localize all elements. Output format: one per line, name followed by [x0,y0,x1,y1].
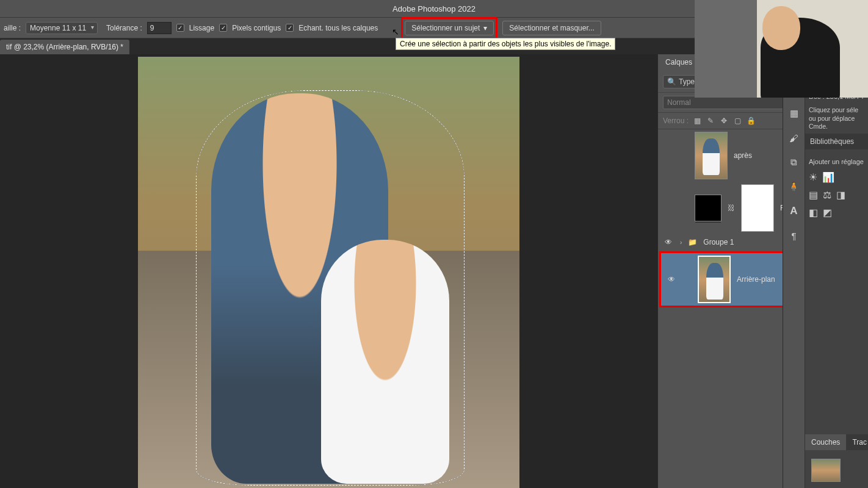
folder-icon: 📁 [688,238,697,246]
adjustment-icons: ☀ 📊 [809,171,864,183]
channel-thumbnail[interactable] [811,459,841,482]
icon-strip-left: 🎨 ▦ 🖌 ⧉ 🧍 A ¶ [783,54,805,488]
tab-channels[interactable]: Couches [805,434,846,450]
layer-name[interactable]: Arrière-plan [737,275,775,284]
tooltip: Crée une sélection à partir des objets l… [396,38,615,50]
visibility-toggle[interactable]: 👁 [663,238,674,246]
lock-brush-icon[interactable]: ✎ [706,116,715,126]
search-icon: 🔍 [667,77,676,86]
tolerance-label: Tolérance : [106,24,142,32]
select-subject-button[interactable]: Sélectionner un sujet ▾ [405,21,494,35]
anti-alias-checkbox[interactable] [176,24,184,32]
chevron-down-icon: ▾ [483,24,487,32]
adjustment-icons-row3: ◧ ◩ [809,207,864,218]
photo-filter-icon[interactable]: ◨ [836,189,845,201]
sample-all-checkbox[interactable] [286,24,294,32]
layer-name[interactable]: après [734,151,752,160]
layer-thumbnail[interactable] [698,256,731,303]
lock-all-icon[interactable]: 🔒 [746,116,756,126]
character-icon[interactable]: A [787,204,801,218]
select-subject-highlight: Sélectionner un sujet ▾ [401,17,497,39]
clone-icon[interactable]: ⧉ [787,156,801,169]
sample-size-select[interactable]: Moyenne 11 x 11 [26,22,98,34]
grid-icon[interactable]: ▦ [787,107,801,120]
brightness-icon[interactable]: ☀ [809,171,817,183]
hue-icon[interactable]: ▤ [809,189,818,201]
bibliotheques-header[interactable]: Bibliothèques [805,134,868,149]
contiguous-checkbox[interactable] [219,24,227,32]
lock-label: Verrou : [663,117,689,125]
layer-name[interactable]: Groupe 1 [703,238,734,246]
sample-all-label: Echant. tous les calques [298,24,378,32]
app-title: Adobe Photoshop 2022 [392,4,476,13]
webcam-overlay [695,0,868,98]
presenter-head [762,6,800,50]
hint-text: Cliquez pour séle ou pour déplace Cmde. [809,106,864,131]
info-sidebar: 🎨 ▦ 🖌 ⧉ 🧍 A ¶ ✛ 8 bits ✛ X : Y : Doc : 2… [783,54,868,488]
canvas[interactable] [138,57,519,488]
person-icon[interactable]: 🧍 [787,180,801,193]
main-area: Calques 🔍 Type ▣ ◐ T Normal Opac Verrou … [0,54,868,488]
lock-pixels-icon[interactable]: ▦ [692,116,702,126]
disclosure-icon[interactable]: › [680,239,682,246]
layer-thumbnail[interactable] [695,195,722,221]
info-column: ✛ 8 bits ✛ X : Y : Doc : 256,1 Mo/74 Cli… [805,54,868,488]
invert-icon[interactable]: ◧ [809,207,818,218]
sample-size-label: aille : [4,24,21,32]
tab-paths[interactable]: Trac [846,434,868,450]
layer-thumbnail[interactable] [695,132,728,179]
tab-layers[interactable]: Calques [658,54,700,71]
select-and-mask-button[interactable]: Sélectionner et masquer... [502,21,601,35]
bottom-tabs: Couches Trac [805,434,868,450]
lock-position-icon[interactable]: ✥ [719,116,729,126]
anti-alias-label: Lissage [189,24,214,32]
threshold-icon[interactable]: ◩ [823,207,832,218]
document-tab[interactable]: tif @ 23,2% (Arrière-plan, RVB/16) * [0,40,129,54]
levels-icon[interactable]: 📊 [822,171,834,183]
contiguous-label: Pixels contigus [232,24,281,32]
lock-artboard-icon[interactable]: ▢ [732,116,742,126]
brush-icon[interactable]: 🖌 [787,131,801,145]
selection-marquee [196,90,465,486]
add-adjustment-label: Ajouter un réglage [809,158,864,165]
balance-icon[interactable]: ⚖ [823,189,831,201]
link-icon[interactable]: ⛓ [728,204,735,212]
tolerance-input[interactable] [147,22,172,34]
paragraph-icon[interactable]: ¶ [787,229,801,242]
layer-mask-thumbnail[interactable] [741,184,774,232]
visibility-toggle[interactable]: 👁 [666,275,677,284]
canvas-area[interactable] [0,54,657,488]
adjustment-icons-row2: ▤ ⚖ ◨ [809,189,864,201]
